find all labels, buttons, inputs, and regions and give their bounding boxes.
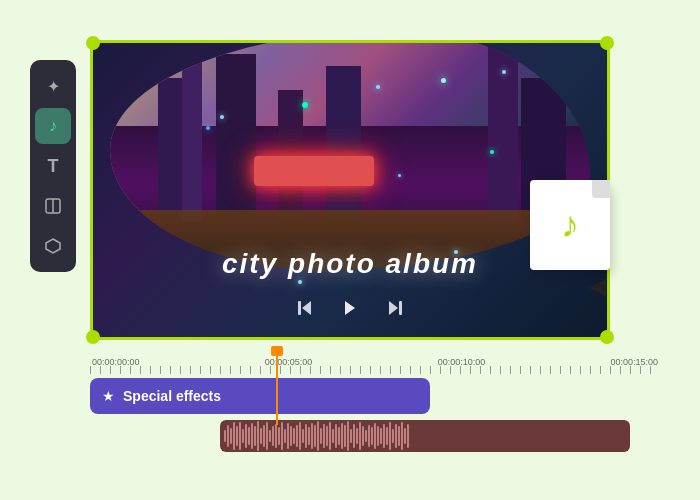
play-button[interactable] [338, 296, 362, 320]
wave-bar [335, 424, 337, 448]
svg-rect-5 [399, 301, 402, 315]
playhead-handle[interactable] [271, 346, 283, 356]
toolbar: ✦ ♪ T [30, 60, 76, 272]
wave-bar [329, 422, 331, 450]
wave-bar [344, 425, 346, 446]
main-container: ✦ ♪ T [30, 20, 670, 480]
audio-track [220, 420, 630, 452]
effects-track-label: Special effects [123, 388, 221, 404]
video-preview-area: city photo album [90, 40, 610, 340]
wave-bar [341, 423, 343, 450]
sparkle-2 [220, 115, 224, 119]
wave-bar [239, 422, 241, 451]
wave-bar [326, 426, 328, 446]
special-effects-track[interactable]: ★ Special effects [90, 378, 430, 414]
wave-bar [314, 425, 316, 447]
wave-bar [278, 427, 280, 445]
wave-bar [389, 422, 391, 449]
skip-forward-button[interactable] [382, 296, 406, 320]
svg-marker-6 [389, 301, 398, 315]
wave-bar [350, 429, 352, 444]
sticker-tool-button[interactable] [35, 228, 71, 264]
wave-bar [362, 426, 364, 445]
wave-bar [356, 428, 358, 445]
wave-bar [296, 425, 298, 447]
wave-bar [272, 426, 274, 445]
music-note-icon: ♪ [561, 204, 579, 246]
music-tool-button[interactable]: ♪ [35, 108, 71, 144]
wave-bar [308, 427, 310, 446]
playhead[interactable] [276, 350, 278, 374]
document-paper: ♪ [530, 180, 610, 270]
wave-bar [248, 427, 250, 445]
wave-bar [317, 421, 319, 450]
music-document: ♪ [530, 180, 620, 280]
wave-bar [302, 429, 304, 442]
wave-bar [407, 424, 409, 448]
sparkle-4 [298, 280, 302, 284]
text-tool-button[interactable]: T [35, 148, 71, 184]
wave-bar [284, 429, 286, 443]
wave-bar [368, 425, 370, 447]
wave-bar [245, 424, 247, 448]
wave-bar [287, 423, 289, 449]
wave-bar [320, 428, 322, 443]
wave-bar [227, 425, 229, 447]
wave-bar [257, 421, 259, 451]
wave-bar [293, 428, 295, 444]
svg-marker-4 [345, 301, 355, 315]
ink-blob-effect [110, 40, 590, 270]
wave-bar [359, 422, 361, 450]
sparkle-5 [502, 70, 506, 74]
wave-bar [266, 422, 268, 449]
wave-bar [269, 430, 271, 443]
waveform [220, 420, 630, 452]
wave-bar [377, 426, 379, 447]
wave-bar [383, 424, 385, 449]
timeline-wrapper: 00:00:00:00 00:00:05:00 00:00:10:00 00:0… [90, 350, 660, 452]
wave-bar [290, 426, 292, 447]
wave-bar [380, 428, 382, 443]
svg-marker-3 [302, 301, 311, 315]
wave-bar [242, 429, 244, 443]
wave-bar [263, 425, 265, 447]
skip-back-button[interactable] [294, 296, 318, 320]
wave-bar [338, 427, 340, 445]
timeline-area: 00:00:00:00 00:00:05:00 00:00:10:00 00:0… [90, 350, 660, 452]
svg-rect-2 [298, 301, 301, 315]
document-corner [592, 180, 610, 198]
wave-bar [347, 421, 349, 451]
wave-bar [404, 428, 406, 444]
wave-bar [299, 422, 301, 450]
wave-bar [332, 429, 334, 443]
wave-bar [275, 424, 277, 448]
wave-bar [230, 428, 232, 444]
wave-bar [374, 423, 376, 449]
wave-bar [260, 428, 262, 444]
wave-bar [224, 430, 226, 443]
wave-bar [236, 426, 238, 445]
wave-bar [371, 427, 373, 445]
effects-tool-button[interactable]: ✦ [35, 68, 71, 104]
wave-bar [233, 422, 235, 449]
wave-bar [323, 424, 325, 449]
wave-bar [353, 424, 355, 448]
wave-bar [392, 429, 394, 443]
ruler-ticks [90, 366, 660, 374]
sparkle-1 [376, 85, 380, 89]
wave-bar [386, 427, 388, 446]
mask-tool-button[interactable] [35, 188, 71, 224]
wave-bar [401, 422, 403, 451]
wave-bar [254, 426, 256, 447]
effects-star-icon: ★ [102, 388, 115, 404]
wave-bar [398, 426, 400, 446]
playback-controls [90, 296, 610, 320]
wave-bar [305, 424, 307, 447]
wave-bar [251, 423, 253, 449]
timeline-ruler: 00:00:00:00 00:00:05:00 00:00:10:00 00:0… [90, 350, 660, 374]
wave-bar [365, 430, 367, 443]
wave-bar [311, 423, 313, 449]
wave-bar [281, 422, 283, 451]
wave-bar [395, 424, 397, 447]
